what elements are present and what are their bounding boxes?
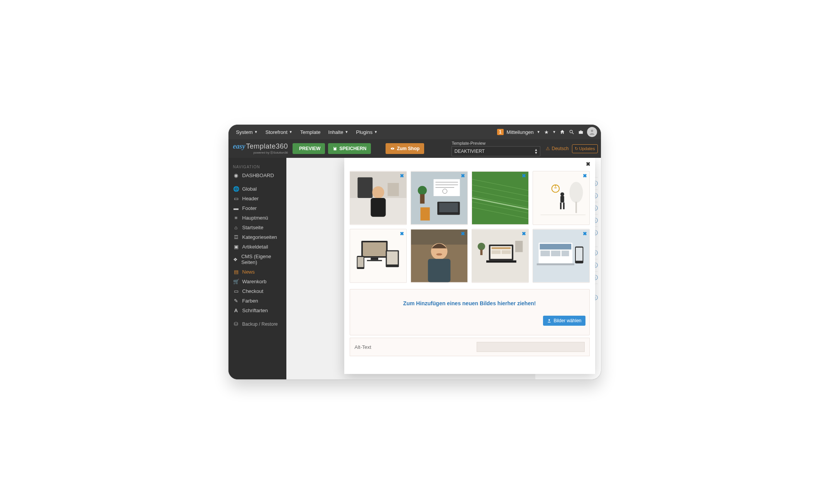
choose-images-button[interactable]: Bilder wählen <box>543 316 585 326</box>
sidebar-item-hauptmenu[interactable]: ≡Hauptmenü <box>228 213 286 223</box>
to-shop-button[interactable]: Zum Shop <box>386 143 424 154</box>
sidebar: NAVIGATION ◉DASHBOARD 🌐Global ▭Header ▬F… <box>228 158 286 379</box>
thumb-devices[interactable]: ✖ <box>350 229 407 283</box>
delete-icon[interactable]: ✖ <box>400 231 404 237</box>
svg-rect-20 <box>439 203 458 212</box>
home-icon[interactable] <box>559 129 565 135</box>
topmenu-storefront[interactable]: Storefront▼ <box>262 125 296 139</box>
sidebar-item-schriftarten[interactable]: ASchriftarten <box>228 306 286 315</box>
svg-rect-12 <box>387 183 399 196</box>
sidebar-item-warenkorb[interactable]: 🛒Warenkorb <box>228 277 286 286</box>
globe-icon: 🌐 <box>233 186 239 192</box>
thumb-woman-office[interactable]: ✖ <box>350 171 407 225</box>
topmenu-inhalte[interactable]: Inhalte▼ <box>325 125 352 139</box>
label: Warenkorb <box>242 279 267 284</box>
preview-value: DEAKTIVIERT <box>454 149 484 154</box>
label: Zum Shop <box>397 146 420 151</box>
delete-icon[interactable]: ✖ <box>522 231 526 237</box>
thumb-man-portrait[interactable]: ✖ <box>411 229 468 283</box>
dropzone-text: Zum Hinzufügen eines neuen Bildes hierhe… <box>403 300 536 306</box>
svg-rect-62 <box>491 250 500 254</box>
delete-icon[interactable]: ✖ <box>583 173 587 179</box>
briefcase-icon[interactable] <box>578 129 584 135</box>
label: DASHBOARD <box>242 173 274 178</box>
preview-label: Template-Preview <box>452 141 540 145</box>
thumb-illustration[interactable]: ✖ <box>533 171 590 225</box>
topmenu-system[interactable]: System▼ <box>232 125 262 139</box>
sidebar-item-farben[interactable]: ✎Farben <box>228 296 286 306</box>
svg-rect-53 <box>428 259 450 282</box>
eye-icon <box>390 146 395 151</box>
delete-icon[interactable]: ✖ <box>522 173 526 179</box>
svg-rect-58 <box>515 241 522 252</box>
thumb-laptop-showcase[interactable]: ✖ <box>472 229 529 283</box>
star-icon[interactable]: ★ <box>543 129 550 135</box>
sidebar-item-startseite[interactable]: ⌂Startseite <box>228 223 286 232</box>
label: System <box>236 129 253 135</box>
svg-point-54 <box>436 253 442 255</box>
preview-button[interactable]: PREVIEW <box>293 143 325 154</box>
label: Kategorieseiten <box>242 234 277 240</box>
svg-point-34 <box>569 182 583 203</box>
alt-text-input[interactable] <box>477 342 585 352</box>
svg-rect-69 <box>551 250 560 256</box>
save-button[interactable]: SPEICHERN <box>328 143 371 154</box>
svg-point-10 <box>372 186 384 198</box>
label: PREVIEW <box>299 146 320 151</box>
delete-icon[interactable]: ✖ <box>583 231 587 237</box>
caret-down-icon: ▼ <box>289 130 293 134</box>
notifications-count: 1 <box>497 129 504 135</box>
label: Backup / Restore <box>242 321 278 327</box>
svg-line-1 <box>572 133 574 134</box>
sidebar-item-global[interactable]: 🌐Global <box>228 184 286 194</box>
sidebar-item-footer[interactable]: ▬Footer <box>228 203 286 213</box>
caret-down-icon: ▼ <box>254 130 258 134</box>
dropzone[interactable]: Zum Hinzufügen eines neuen Bildes hierhe… <box>350 289 590 335</box>
news-icon: ▤ <box>233 269 239 275</box>
delete-icon[interactable]: ✖ <box>461 173 465 179</box>
label: Updates <box>579 146 595 151</box>
topmenu-plugins[interactable]: Plugins▼ <box>352 125 382 139</box>
sidebar-item-news[interactable]: ▤News <box>228 267 286 277</box>
label: News <box>242 269 255 275</box>
thumb-green-leaf[interactable]: ✖ <box>472 171 529 225</box>
sidebar-item-checkout[interactable]: ▭Checkout <box>228 286 286 296</box>
delete-icon[interactable]: ✖ <box>400 173 404 179</box>
subbar: easy Template360 powered by ⓢSolution36 … <box>228 139 601 158</box>
svg-rect-21 <box>420 207 430 220</box>
svg-rect-11 <box>371 198 386 217</box>
label: Header <box>242 196 259 201</box>
svg-point-36 <box>560 192 564 196</box>
updates-button[interactable]: ↻ Updates <box>572 144 598 153</box>
svg-point-6 <box>392 148 393 149</box>
label: Global <box>242 186 257 192</box>
sidebar-item-cms[interactable]: ❖CMS (Eigene Seiten) <box>228 252 286 267</box>
sidebar-item-header[interactable]: ▭Header <box>228 194 286 203</box>
sidebar-item-dashboard[interactable]: ◉DASHBOARD <box>228 171 286 180</box>
avatar[interactable] <box>587 127 597 137</box>
sidebar-item-artikeldetail[interactable]: ▣Artikeldetail <box>228 242 286 252</box>
svg-rect-68 <box>540 250 550 256</box>
cubes-icon: ❖ <box>233 257 239 262</box>
topbar-right: 1 Mitteilungen ▼ ★▼ <box>497 127 597 137</box>
language-selector[interactable]: ⚠ Deutsch <box>546 146 568 151</box>
thumb-desk-laptop[interactable]: ✖ <box>411 171 468 225</box>
svg-rect-2 <box>579 131 583 134</box>
svg-rect-3 <box>580 130 582 131</box>
delete-icon[interactable]: ✖ <box>461 231 465 237</box>
content-area: Individueller Elementinhalt ⓘ ⓘ rechtsⓘ … <box>286 158 601 379</box>
topmenu-template[interactable]: Template <box>296 125 325 139</box>
svg-point-22 <box>418 186 426 195</box>
notifications-label[interactable]: Mitteilungen <box>507 129 534 135</box>
svg-rect-63 <box>501 250 510 254</box>
svg-rect-61 <box>491 247 511 249</box>
sidebar-item-backup[interactable]: ⛁Backup / Restore <box>228 319 286 329</box>
minus-icon: ▬ <box>233 205 239 211</box>
label: Template <box>300 129 321 135</box>
thumb-website-preview[interactable]: ✖ <box>533 229 590 283</box>
sidebar-item-kategorie[interactable]: ☲Kategorieseiten <box>228 232 286 242</box>
close-icon[interactable]: ✖ <box>586 161 590 167</box>
svg-rect-39 <box>563 203 564 210</box>
preview-select[interactable]: DEAKTIVIERT ▲▼ <box>452 146 540 156</box>
search-icon[interactable] <box>568 129 575 135</box>
